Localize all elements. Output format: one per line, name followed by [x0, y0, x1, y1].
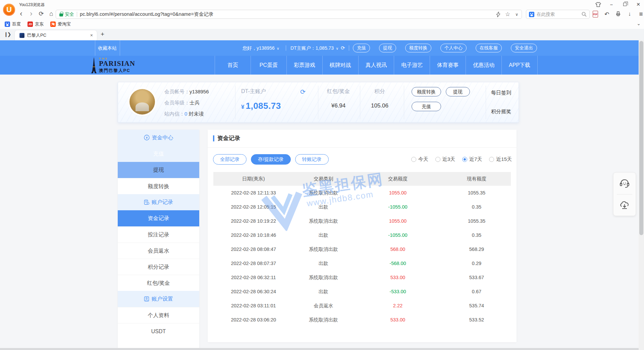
sidebar-item-usdt[interactable]: USDT	[118, 323, 199, 339]
table-row: 2022-02-28 06:32:11系统取消出款533.00533.67	[213, 270, 511, 285]
sidebar-item-withdraw[interactable]: 提现	[118, 162, 199, 178]
cloud-download-icon[interactable]	[613, 194, 636, 216]
addressbar-dropdown-icon[interactable]: ∨	[515, 12, 518, 17]
search-input[interactable]: 在此搜索	[537, 11, 579, 17]
table-row: 2022-02-28 10:19:22系统取消出款1055.001055.35	[213, 214, 511, 228]
bookmark-baidu[interactable]: 百度	[5, 21, 21, 27]
sidebar-item-transfer[interactable]: 额度转换	[118, 178, 199, 194]
sidebar-item-member-rebate[interactable]: 会员返水	[118, 243, 199, 259]
theme-skin-icon[interactable]	[595, 1, 601, 7]
profile-panel: 会员帐号：y138956 会员等级：士兵 站内信：0 封未读 DT-主账户 ⟳ …	[118, 82, 519, 123]
bookmark-taobao[interactable]: 淘 爱淘宝	[50, 21, 71, 27]
tab-all-records[interactable]: 全部记录	[213, 154, 247, 165]
site-logo[interactable]: THE PARISIAN 澳門巴黎人PC	[91, 57, 135, 74]
topbar-withdraw-button[interactable]: 提现	[379, 44, 396, 52]
tab-list-toggle-icon[interactable]: ❙❯	[4, 32, 10, 37]
radio-3days[interactable]: 近3天	[435, 156, 455, 163]
back-button[interactable]: ‹	[17, 9, 25, 18]
address-bar[interactable]: 安全 pc.blryl6.com/#/personal/accountLog?t…	[56, 10, 522, 19]
undo-icon[interactable]: ↶	[603, 10, 610, 18]
bookmark-jd[interactable]: JD 京东	[28, 21, 44, 27]
lightning-icon[interactable]	[496, 12, 500, 17]
close-button[interactable]: ×	[635, 1, 641, 7]
table-row: 2022-02-28 03:06:20系统取消出款533.00533.52	[213, 313, 511, 327]
topbar-logout-button[interactable]: 安全退出	[511, 44, 537, 52]
new-tab-button[interactable]: +	[101, 31, 104, 38]
topbar-personal-center-button[interactable]: 个人中心	[440, 44, 467, 52]
home-button[interactable]: ⌂	[47, 9, 56, 18]
sidebar-item-personal-info[interactable]: 个人资料	[118, 307, 199, 323]
panel-deposit-button[interactable]: 充值	[412, 102, 441, 111]
wallet-label: DT-主账户	[241, 88, 266, 95]
main-menu: 首页 PC蛋蛋 彩票游戏 棋牌对战 真人视讯 电子游艺 体育赛事 优惠活动 AP…	[215, 56, 538, 75]
nav-pc-dandan[interactable]: PC蛋蛋	[251, 56, 286, 75]
balance-refresh-icon[interactable]: ⟳	[341, 45, 346, 51]
topbar-transfer-button[interactable]: 额度转换	[405, 44, 431, 52]
active-tab[interactable]: 巴黎人PC ×	[14, 30, 97, 40]
customer-service-headset-icon[interactable]	[613, 173, 636, 194]
nav-promotions[interactable]: 优惠活动	[466, 56, 501, 75]
pdf-tool-icon[interactable]: PDF	[592, 10, 599, 18]
tab-close-icon[interactable]: ×	[90, 33, 93, 38]
magnifier-icon[interactable]	[582, 12, 587, 17]
points-lottery-link[interactable]: 积分摇奖	[491, 108, 511, 115]
radio-circle	[411, 157, 416, 162]
radio-15days[interactable]: 近15天	[489, 156, 512, 163]
tab-deposit-withdraw-records[interactable]: 存/提款记录	[251, 154, 291, 165]
radio-today[interactable]: 今天	[411, 156, 428, 163]
sidebar-section-funds-center[interactable]: ¥资金中心	[118, 130, 199, 146]
avatar	[129, 89, 155, 115]
topbar-deposit-button[interactable]: 充值	[353, 44, 370, 52]
eiffel-tower-icon	[91, 57, 97, 73]
nav-board-games[interactable]: 棋牌对战	[322, 56, 358, 75]
panel-transfer-button[interactable]: 额度转换	[412, 87, 441, 96]
nav-home[interactable]: 首页	[215, 56, 251, 75]
minimize-button[interactable]: −	[608, 1, 614, 7]
menu-icon[interactable]: ≡	[637, 10, 644, 18]
restore-button[interactable]	[622, 1, 628, 7]
nav-live-casino[interactable]: 真人视讯	[358, 56, 394, 75]
inbox-row[interactable]: 站内信：0 封未读	[164, 108, 209, 119]
cleaner-brush-icon[interactable]	[614, 10, 622, 18]
panel-withdraw-button[interactable]: 提现	[446, 87, 470, 96]
scrollbar-thumb[interactable]	[639, 41, 643, 235]
sidebar-item-deposit[interactable]: 充值	[118, 146, 199, 162]
main-account-balance[interactable]: DT主账户：1,085.73∨	[290, 40, 338, 56]
sidebar-item-points-records[interactable]: 积分记录	[118, 259, 199, 275]
table-row: 2022-02-28 12:05:15出款-1055.000.35	[213, 200, 511, 214]
sidebar-item-bet-records[interactable]: 投注记录	[118, 226, 199, 243]
wallet-refresh-icon[interactable]: ⟳	[300, 88, 308, 96]
topbar-customer-service-button[interactable]: 在线客服	[476, 44, 502, 52]
nav-lottery[interactable]: 彩票游戏	[286, 56, 322, 75]
favorite-site-link[interactable]: 收藏本站	[95, 40, 120, 56]
url-text[interactable]: pc.blryl6.com/#/personal/accountLog?tag=…	[80, 11, 213, 17]
radio-7days[interactable]: 近7天	[462, 156, 482, 163]
member-account-row: 会员帐号：y138956	[164, 86, 209, 97]
user-greeting[interactable]: 您好，y138956∨	[243, 40, 279, 56]
daily-signin-link[interactable]: 每日签到	[491, 90, 511, 96]
nav-app-download[interactable]: APP下载	[501, 56, 538, 75]
sidebar-item-bonus[interactable]: 红包/奖金	[118, 275, 199, 291]
baidu-search-icon	[529, 12, 534, 17]
forward-button[interactable]: ›	[27, 9, 36, 18]
downloads-icon[interactable]: ↓	[626, 10, 633, 18]
page-title: 资金记录	[217, 134, 240, 142]
search-box[interactable]: 在此搜索	[526, 10, 590, 19]
sidebar-section-account-records[interactable]: 账户记录	[118, 194, 199, 210]
sidebar-item-fund-records[interactable]: 资金记录	[118, 210, 199, 226]
tab-transfer-records[interactable]: 转账记录	[295, 154, 329, 165]
table-row: 2022-02-28 03:11:01会员返水2.22535.74	[213, 299, 511, 313]
user-icon	[144, 292, 149, 308]
collapse-bookmarks-icon[interactable]: ⌄	[637, 21, 641, 26]
bookmark-star-icon[interactable]: ☆	[505, 11, 510, 18]
baidu-paw-icon	[5, 21, 10, 27]
page-content: 收藏本站 您好，y138956∨ DT主账户：1,085.73∨ ⟳ 充值 提现…	[0, 40, 639, 350]
tab-strip: ❙❯ 巴黎人PC × +	[0, 29, 644, 40]
site-topbar: 收藏本站 您好，y138956∨ DT主账户：1,085.73∨ ⟳ 充值 提现…	[0, 40, 639, 56]
account-caret-icon: ∨	[336, 46, 338, 50]
scrollbar[interactable]	[639, 40, 644, 350]
nav-sports[interactable]: 体育赛事	[430, 56, 466, 75]
sidebar-section-account-settings[interactable]: 账户设置	[118, 291, 199, 307]
nav-slots[interactable]: 电子游艺	[394, 56, 430, 75]
reload-button[interactable]: ⟳	[37, 9, 46, 18]
